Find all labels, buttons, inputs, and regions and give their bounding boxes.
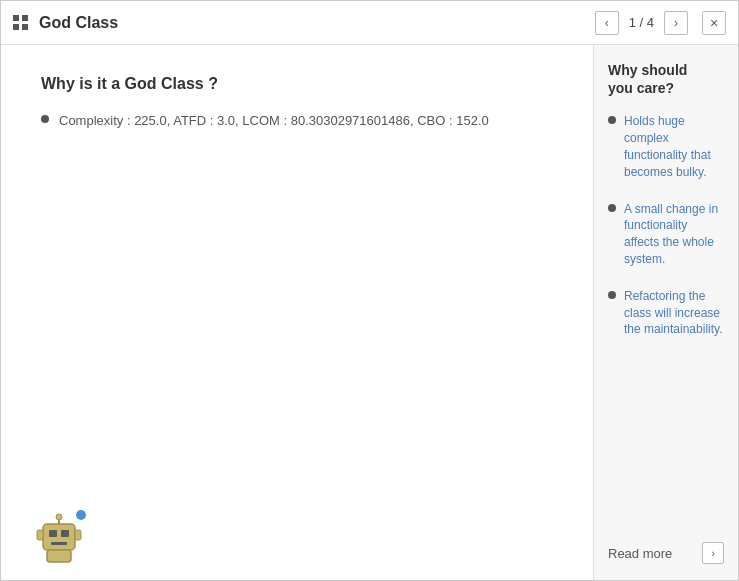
- care-item-2: A small change in functionality affects …: [608, 201, 724, 268]
- care-list: Holds huge complex functionality that be…: [608, 113, 724, 512]
- read-more-button[interactable]: ›: [702, 542, 724, 564]
- why-care-heading: Why should you care?: [608, 61, 724, 97]
- care-item-1: Holds huge complex functionality that be…: [608, 113, 724, 180]
- read-more-area: Read more ›: [608, 532, 724, 564]
- why-heading: Why is it a God Class ?: [41, 75, 563, 93]
- metrics-list: Complexity : 225.0, ATFD : 3.0, LCOM : 8…: [41, 111, 563, 131]
- svg-rect-3: [51, 542, 67, 545]
- right-panel: Why should you care? Holds huge complex …: [593, 45, 738, 580]
- svg-rect-8: [75, 530, 81, 540]
- care-text-1: Holds huge complex functionality that be…: [624, 113, 724, 180]
- main-window: God Class ‹ 1 / 4 › × Why is it a God Cl…: [0, 0, 739, 581]
- next-button[interactable]: ›: [664, 11, 688, 35]
- care-item-3: Refactoring the class will increase the …: [608, 288, 724, 338]
- header: God Class ‹ 1 / 4 › ×: [1, 1, 738, 45]
- metrics-item: Complexity : 225.0, ATFD : 3.0, LCOM : 8…: [41, 111, 563, 131]
- care-text-3: Refactoring the class will increase the …: [624, 288, 724, 338]
- header-right: ‹ 1 / 4 › ×: [595, 11, 726, 35]
- header-title: God Class: [39, 14, 118, 32]
- care-dot-3: [608, 291, 616, 299]
- care-dot-1: [608, 116, 616, 124]
- svg-rect-2: [61, 530, 69, 537]
- content-area: Why is it a God Class ? Complexity : 225…: [1, 45, 738, 580]
- robot-area: [31, 510, 91, 570]
- care-dot-2: [608, 204, 616, 212]
- metrics-text: Complexity : 225.0, ATFD : 3.0, LCOM : 8…: [59, 111, 489, 131]
- svg-rect-6: [47, 550, 71, 562]
- bullet-dot: [41, 115, 49, 123]
- robot-icon: [31, 510, 91, 570]
- page-indicator: 1 / 4: [625, 15, 658, 30]
- prev-button[interactable]: ‹: [595, 11, 619, 35]
- grid-icon: [13, 15, 29, 31]
- robot-badge: [76, 510, 86, 520]
- left-panel-wrapper: Why is it a God Class ? Complexity : 225…: [1, 45, 593, 580]
- svg-rect-7: [37, 530, 43, 540]
- read-more-label: Read more: [608, 546, 672, 561]
- svg-point-5: [56, 514, 62, 520]
- svg-rect-1: [49, 530, 57, 537]
- care-text-2: A small change in functionality affects …: [624, 201, 724, 268]
- svg-rect-0: [43, 524, 75, 550]
- left-panel: Why is it a God Class ? Complexity : 225…: [1, 45, 593, 161]
- close-button[interactable]: ×: [702, 11, 726, 35]
- header-left: God Class: [13, 14, 118, 32]
